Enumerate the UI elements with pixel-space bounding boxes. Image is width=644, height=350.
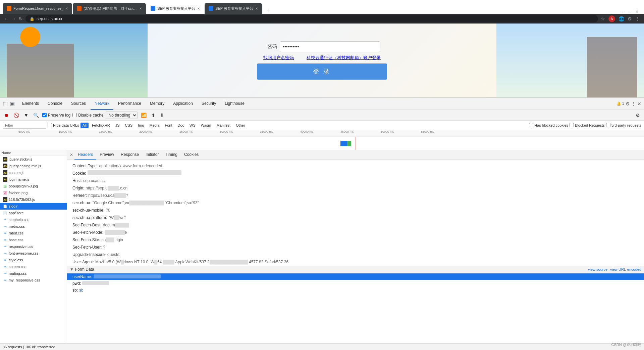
third-party-label[interactable]: 3rd-party requests xyxy=(606,123,641,127)
tab-4[interactable]: SEP 教育业务接入平台 ✕ xyxy=(205,3,262,14)
has-blocked-cookies-checkbox[interactable] xyxy=(529,123,533,127)
devtools-icon-responsive[interactable]: ▣ xyxy=(10,100,15,107)
details-tab-cookies[interactable]: Cookies xyxy=(181,150,202,160)
details-tab-timing[interactable]: Timing xyxy=(162,150,181,160)
file-item-jquery-sticky[interactable]: JS jquery.sticky.js xyxy=(0,156,67,163)
record-button[interactable]: ⏺ xyxy=(3,112,10,119)
menu-icon[interactable]: ⋮ xyxy=(635,16,640,21)
tab-1[interactable]: FormRequest.from_response_ ✕ xyxy=(3,3,72,14)
filter-media[interactable]: Media xyxy=(148,123,162,128)
filter-all[interactable]: All xyxy=(80,123,89,128)
login-button[interactable]: 登 录 xyxy=(257,63,387,80)
filter-img[interactable]: Img xyxy=(136,123,146,128)
tab-3[interactable]: SEP 教育业务接入平台 ✕ xyxy=(147,3,204,14)
search-button[interactable]: 🔍 xyxy=(32,112,40,119)
filter-doc[interactable]: Doc xyxy=(175,123,186,128)
file-item-custom[interactable]: JS custom.js xyxy=(0,169,67,176)
preserve-log-label[interactable]: Preserve log xyxy=(42,113,70,118)
maximize-icon[interactable]: □ xyxy=(629,9,631,14)
hide-data-urls-label[interactable]: Hide data URLs xyxy=(48,123,79,127)
tab-lighthouse[interactable]: Lighthouse xyxy=(221,98,249,110)
file-item-appstore[interactable]: 📄 appStore xyxy=(0,210,67,216)
tab-application[interactable]: Application xyxy=(169,98,197,110)
tab-4-close[interactable]: ✕ xyxy=(255,7,258,10)
tab-console[interactable]: Console xyxy=(44,98,66,110)
tab-performance[interactable]: Performance xyxy=(114,98,145,110)
profile-icon[interactable]: A xyxy=(608,15,615,22)
has-blocked-cookies-label[interactable]: Has blocked cookies xyxy=(529,123,568,127)
address-bar[interactable]: 🔒 sep.ucas.ac.cn xyxy=(25,15,598,23)
form-data-header[interactable]: ▼ Form Data view source view URL-encoded xyxy=(67,266,644,273)
notification-icon[interactable]: 🔔 1 xyxy=(616,101,624,106)
disable-cache-label[interactable]: Disable cache xyxy=(72,113,103,118)
filter-other[interactable]: Other xyxy=(234,123,247,128)
tab-sources[interactable]: Sources xyxy=(67,98,90,110)
minimize-icon[interactable]: ─ xyxy=(622,9,625,14)
close-icon[interactable]: ✕ xyxy=(635,9,639,14)
file-item-favicon[interactable]: 🖼 favicon.png xyxy=(0,189,67,196)
settings-devtools-icon[interactable]: ⚙ xyxy=(626,101,630,106)
settings-icon[interactable]: ⚙ xyxy=(628,16,632,21)
file-item-routing[interactable]: ✏ routing.css xyxy=(0,270,67,277)
file-item-slogin[interactable]: 📄 slogin xyxy=(0,203,67,210)
clear-button[interactable]: 🚫 xyxy=(12,112,20,119)
view-url-encoded-link[interactable]: view URL-encoded xyxy=(610,267,641,271)
tab-network[interactable]: Network xyxy=(91,98,113,110)
export-button[interactable]: ⬇ xyxy=(159,112,165,119)
details-tab-preview[interactable]: Preview xyxy=(96,150,117,160)
filter-fetch[interactable]: Fetch/XHR xyxy=(90,123,112,128)
file-item-stephelp[interactable]: ✏ stephelp.css xyxy=(0,216,67,223)
reload-button[interactable]: ↻ xyxy=(19,16,23,21)
tab-elements[interactable]: Elements xyxy=(18,98,43,110)
file-item-fontawesome[interactable]: ✏ font-awesome.css xyxy=(0,250,67,257)
tab-1-close[interactable]: ✕ xyxy=(65,7,68,10)
retrieve-link[interactable]: 找回用户名密码 xyxy=(263,55,294,61)
view-source-link[interactable]: view source xyxy=(588,267,607,271)
file-item-loginname[interactable]: JS loginname.js xyxy=(0,176,67,183)
file-item-metro[interactable]: ✏ metro.css xyxy=(0,223,67,230)
details-tab-headers[interactable]: Headers xyxy=(74,150,96,160)
password-input[interactable] xyxy=(280,41,380,52)
filter-js[interactable]: JS xyxy=(113,123,122,128)
preserve-log-checkbox[interactable] xyxy=(42,113,47,117)
file-item-style[interactable]: ✏ style.css xyxy=(0,257,67,263)
tab-3-close[interactable]: ✕ xyxy=(197,7,200,10)
devtools-icon-inspect[interactable]: ⬚ xyxy=(3,100,8,107)
file-item-rateit[interactable]: ✏ rateit.css xyxy=(0,230,67,236)
blocked-requests-checkbox[interactable] xyxy=(570,123,574,127)
devtools-more-icon[interactable]: ⋮ xyxy=(631,101,636,106)
file-item-my-responsive[interactable]: ✏ my_responsive.css xyxy=(0,277,67,283)
file-item-popup[interactable]: 🖼 popupsignin-3.jpg xyxy=(0,183,67,189)
blocked-requests-label[interactable]: Blocked Requests xyxy=(570,123,605,127)
details-tab-response[interactable]: Response xyxy=(117,150,142,160)
tab-memory[interactable]: Memory xyxy=(146,98,168,110)
devtools-settings-button[interactable]: ⚙ xyxy=(634,112,641,119)
back-button[interactable]: ← xyxy=(4,16,9,21)
third-party-checkbox[interactable] xyxy=(606,123,610,127)
details-tab-initiator[interactable]: Initiator xyxy=(142,150,162,160)
filter-css[interactable]: CSS xyxy=(123,123,135,128)
filter-font[interactable]: Font xyxy=(163,123,174,128)
cloud-link[interactable]: 科技云通行证（科技网邮箱）账户登录 xyxy=(307,55,381,61)
details-tab-close[interactable]: ✕ xyxy=(68,152,74,157)
file-item-base[interactable]: ✏ base.css xyxy=(0,236,67,243)
forward-button[interactable]: → xyxy=(11,16,16,21)
filter-manifest[interactable]: Manifest xyxy=(215,123,233,128)
tab-2-close[interactable]: ✕ xyxy=(139,7,142,10)
wifi-icon[interactable]: 📶 xyxy=(140,112,148,119)
tab-security[interactable]: Security xyxy=(198,98,220,110)
file-item-118[interactable]: JS 118.fb73b062.js xyxy=(0,196,67,203)
devtools-close-icon[interactable]: ✕ xyxy=(637,101,641,106)
hide-data-urls-checkbox[interactable] xyxy=(48,123,52,127)
import-button[interactable]: ⬆ xyxy=(150,112,157,119)
throttle-select[interactable]: No throttling xyxy=(106,112,138,119)
filter-button[interactable]: ▼ xyxy=(22,112,30,119)
tab-2[interactable]: (37条消息) 网络爬虫---对于scra... ✕ xyxy=(73,3,146,14)
new-tab-button[interactable]: ＋ xyxy=(263,6,274,14)
file-item-jquery-easing[interactable]: JS jquery.easing.min.js xyxy=(0,163,67,169)
extension-icon[interactable]: 🌐 xyxy=(619,16,624,21)
filter-ws[interactable]: WS xyxy=(187,123,198,128)
filter-input[interactable] xyxy=(3,122,46,129)
filter-wasm[interactable]: Wasm xyxy=(199,123,213,128)
bookmark-icon[interactable]: ☆ xyxy=(601,16,605,21)
